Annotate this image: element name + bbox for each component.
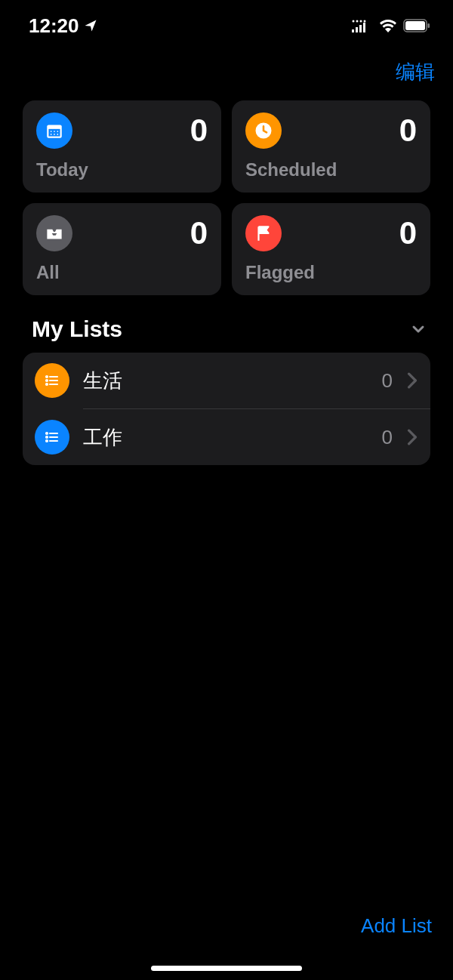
smart-list-all[interactable]: 0 All — [23, 203, 221, 295]
all-count: 0 — [190, 217, 208, 249]
svg-point-2 — [360, 20, 362, 23]
svg-point-14 — [54, 131, 55, 132]
svg-point-0 — [353, 20, 355, 23]
edit-button[interactable]: 编辑 — [396, 59, 435, 85]
scheduled-label: Scheduled — [245, 159, 417, 180]
flagged-count: 0 — [399, 217, 417, 249]
chevron-right-icon — [406, 429, 418, 445]
today-count: 0 — [190, 115, 208, 146]
svg-point-26 — [46, 433, 48, 434]
battery-icon — [403, 19, 430, 32]
nav-bar: 编辑 — [0, 41, 453, 100]
status-time: 12:20 — [29, 14, 97, 38]
list-bullet-icon — [35, 363, 69, 398]
home-indicator[interactable] — [151, 966, 302, 971]
svg-point-3 — [364, 20, 366, 23]
all-label: All — [36, 262, 208, 283]
chevron-right-icon — [406, 372, 418, 389]
clock-icon — [245, 112, 282, 149]
chevron-down-icon — [409, 320, 427, 338]
location-icon — [84, 19, 97, 32]
flagged-label: Flagged — [245, 262, 417, 283]
my-lists-container: 生活 0 工作 0 — [23, 353, 430, 465]
list-name-label: 工作 — [83, 424, 368, 451]
svg-point-1 — [356, 20, 359, 23]
list-bullet-icon — [35, 420, 69, 455]
svg-point-28 — [46, 436, 48, 438]
list-item[interactable]: 生活 0 — [23, 353, 430, 408]
add-list-button[interactable]: Add List — [361, 914, 432, 938]
svg-point-18 — [57, 134, 58, 135]
svg-rect-12 — [48, 129, 60, 137]
svg-point-24 — [46, 384, 48, 385]
svg-rect-10 — [428, 23, 430, 28]
inbox-icon — [36, 215, 72, 251]
my-lists-title: My Lists — [32, 316, 122, 342]
svg-rect-9 — [405, 21, 425, 30]
svg-point-17 — [54, 134, 55, 135]
svg-point-20 — [46, 376, 48, 378]
smart-list-scheduled[interactable]: 0 Scheduled — [232, 100, 430, 193]
svg-rect-4 — [352, 29, 354, 32]
list-count-label: 0 — [382, 369, 393, 393]
today-label: Today — [36, 159, 208, 180]
status-bar: 12:20 — [0, 0, 453, 41]
svg-rect-7 — [363, 23, 365, 32]
calendar-today-icon — [36, 112, 72, 149]
svg-point-30 — [46, 440, 48, 442]
time-label: 12:20 — [29, 14, 79, 38]
svg-rect-6 — [359, 25, 362, 32]
my-lists-header[interactable]: My Lists — [0, 295, 453, 353]
list-name-label: 生活 — [83, 368, 368, 394]
wifi-icon — [379, 19, 397, 32]
flag-icon — [245, 215, 282, 251]
svg-point-22 — [46, 380, 48, 381]
smart-list-flagged[interactable]: 0 Flagged — [232, 203, 430, 295]
list-count-label: 0 — [382, 426, 393, 449]
svg-point-13 — [51, 131, 52, 132]
smart-list-today[interactable]: 0 Today — [23, 100, 221, 193]
svg-rect-5 — [356, 27, 358, 32]
scheduled-count: 0 — [399, 115, 417, 146]
dual-sim-icon — [352, 19, 373, 32]
smart-lists-grid: 0 Today 0 Scheduled 0 — [0, 100, 453, 295]
status-indicators — [352, 19, 430, 32]
svg-point-15 — [57, 131, 58, 132]
list-item[interactable]: 工作 0 — [23, 409, 430, 465]
svg-point-16 — [51, 134, 52, 135]
